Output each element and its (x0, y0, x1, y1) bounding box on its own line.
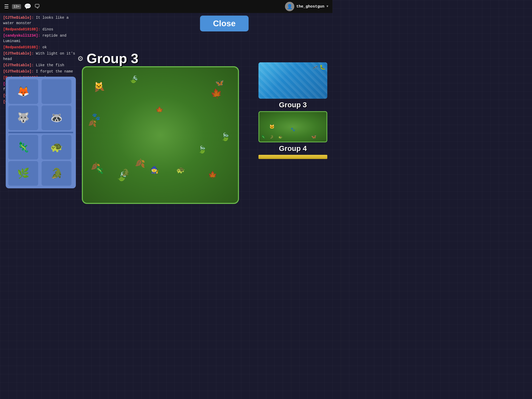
chat-line: [CJTheDiablo]: With light on it's head (3, 51, 80, 62)
party-slot[interactable]: 🌿 (8, 161, 38, 186)
chat-line: [CJTheDiablo]: Like the fish (3, 63, 80, 68)
group4-label: Group 4 (258, 144, 327, 153)
chat-icon[interactable]: 💬 (24, 3, 31, 10)
username: the_ghostgun (296, 4, 324, 9)
main-arena: 🍂 🍃 🍁 🍂 🍃 🍁 🍂 🍃 🍁 🍂 🍃 🐱 🦋 🐾 🦎 🐊 🧙 🐢 (82, 66, 239, 204)
right-panel: 🦟 🐛 Group 3 🐱 🐾 🦋 🦎 🐊 🐢 Group 4 (258, 62, 327, 159)
mini-creature: 🦎 (261, 135, 265, 139)
chat-name: [CJTheDiablo]: (3, 16, 34, 20)
party-slot[interactable]: 🐊 (42, 161, 71, 186)
water-thumbnail[interactable]: 🦟 🐛 (258, 62, 327, 99)
party-slot[interactable]: 🦝 (42, 105, 71, 130)
topbar-right: 👤 the_ghostgun ▼ (285, 2, 328, 11)
gear-icon[interactable]: ⚙ (78, 53, 83, 64)
dropdown-icon[interactable]: ▼ (327, 5, 328, 8)
mini-creatures-bottom: 🦎 🐊 🐢 (261, 135, 282, 139)
mini-creature: 🦋 (311, 134, 316, 139)
chat-text: ok (42, 45, 47, 49)
creature-icon: 🦟 (312, 64, 318, 70)
topbar-left: ☰ 13+ 💬 🗨 (4, 3, 40, 10)
party-slot[interactable] (42, 79, 71, 104)
group3-label: Group 3 (258, 101, 327, 109)
chat-line: [Redpanda010108]: ok (3, 45, 80, 50)
chat-line: [Redpanda010108]: dinos (3, 27, 80, 32)
group4-progress-bar (258, 155, 327, 159)
chat-icon2[interactable]: 🗨 (34, 3, 40, 10)
party-slot[interactable]: 🦊 (8, 79, 38, 104)
water-creatures: 🦟 🐛 (312, 64, 325, 70)
chat-text: Like the fish (36, 63, 64, 67)
mini-creature: 🐾 (291, 127, 295, 132)
chat-name: [candyskull1234]: (3, 34, 40, 38)
arena-creature: 🧙 (150, 166, 159, 174)
arena-creature: 🐢 (176, 166, 185, 174)
divider (8, 132, 73, 133)
group-title: Group 3 (87, 51, 138, 66)
arena-creature: 🐾 (92, 113, 100, 121)
arena-creature: 🐊 (121, 169, 130, 177)
avatar: 👤 (285, 2, 294, 11)
mini-creature: 🐱 (269, 124, 275, 129)
group-title-area: ⚙ Group 3 (78, 51, 138, 66)
chat-line: [CJTheDiablo]: It looks like a water mon… (3, 15, 80, 26)
chat-name: [CJTheDiablo]: (3, 69, 34, 74)
mini-creature: 🐢 (278, 135, 282, 139)
chat-name: [Redpanda010108]: (3, 45, 40, 49)
creature-icon: 🐛 (320, 64, 325, 70)
chat-name: [CJTheDiablo]: (3, 51, 34, 56)
chat-text: dinos (42, 27, 53, 31)
chat-line: [candyskull1234]: reptide and Luminami (3, 33, 80, 44)
menu-icon[interactable]: ☰ (4, 3, 9, 10)
party-slot[interactable]: 🐢 (42, 135, 71, 159)
mini-creature: 🐊 (270, 135, 274, 139)
arena-creature: 🦎 (95, 166, 104, 174)
close-button[interactable]: Close (200, 16, 249, 31)
chat-name: [CJTheDiablo]: (3, 63, 34, 67)
party-slot[interactable]: 🐺 (8, 105, 38, 130)
notification-badge[interactable]: 13+ (12, 4, 21, 9)
party-panel: 🦊 🐺 🦝 🦎 🐢 🌿 🐊 (6, 77, 76, 188)
forest-thumbnail[interactable]: 🐱 🐾 🦋 🦎 🐊 🐢 (258, 111, 327, 142)
chat-line: [CJTheDiablo]: I forgot the name (3, 69, 80, 74)
chat-text: I forgot the name (36, 69, 73, 74)
arena-creature: 🐱 (95, 82, 103, 90)
chat-name: [Redpanda010108]: (3, 27, 40, 31)
arena-creature: 🦋 (215, 79, 224, 87)
party-slot[interactable]: 🦎 (8, 135, 38, 159)
topbar: ☰ 13+ 💬 🗨 👤 the_ghostgun ▼ (0, 0, 332, 13)
